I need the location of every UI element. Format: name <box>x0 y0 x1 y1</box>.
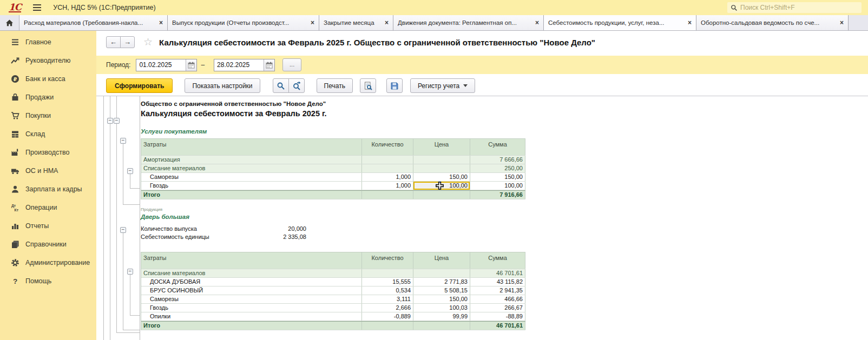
period-more-button[interactable]: ... <box>282 58 301 71</box>
column-header[interactable]: Цена <box>413 139 470 155</box>
document-tab[interactable]: Себестоимость продукции, услуг, неза...× <box>544 15 696 30</box>
info-value[interactable]: 2 335,08 <box>244 233 306 241</box>
tab-close-icon[interactable]: × <box>159 19 163 26</box>
cell-sum[interactable]: -88,89 <box>470 312 525 321</box>
generate-button[interactable]: Сформировать <box>106 78 173 93</box>
column-header[interactable]: Затраты <box>141 252 362 269</box>
calendar-icon[interactable] <box>186 59 196 71</box>
cell-sum[interactable]: 2 941,35 <box>470 286 525 295</box>
selected-cell[interactable]: 100,00 <box>413 182 470 190</box>
column-header[interactable]: Сумма <box>470 252 525 269</box>
collapse-group-icon[interactable]: − <box>114 118 120 124</box>
tab-close-icon[interactable]: × <box>688 19 692 26</box>
save-button[interactable] <box>386 78 403 93</box>
cell-name[interactable]: ДОСКА ДУБОВАЯ <box>141 278 362 286</box>
column-header[interactable]: Затраты <box>141 139 362 155</box>
sidebar-item-продажи[interactable]: Продажи <box>0 88 96 106</box>
cell-name[interactable]: Списание материалов <box>141 269 362 277</box>
cell-qty[interactable] <box>362 269 413 277</box>
find-button[interactable] <box>273 78 289 93</box>
collapse-group-icon[interactable]: − <box>127 168 133 174</box>
sidebar-item-главное[interactable]: Главное <box>0 33 96 51</box>
cell-price[interactable] <box>413 156 470 164</box>
sidebar-item-ос-и-нма[interactable]: ОС и НМА <box>0 162 96 180</box>
document-tab[interactable]: Выпуск продукции (Отчеты производст...× <box>168 15 319 30</box>
cell-sum[interactable]: 43 115,82 <box>470 278 525 286</box>
cell-price[interactable] <box>413 164 470 172</box>
cell-name[interactable]: Опилки <box>141 312 362 321</box>
document-tab[interactable]: Оборотно-сальдовая ведомость по сче...× <box>696 15 849 30</box>
cell-qty[interactable] <box>362 322 413 330</box>
cell-price[interactable]: 5 508,15 <box>413 286 470 295</box>
info-value[interactable]: 20,000 <box>244 225 306 233</box>
main-menu-icon[interactable] <box>33 3 41 12</box>
cell-price[interactable]: 150,00 <box>413 295 470 303</box>
sidebar-item-справочники[interactable]: Справочники <box>0 235 96 254</box>
cell-sum[interactable]: 100,00 <box>470 182 525 190</box>
tab-close-icon[interactable]: × <box>385 19 389 26</box>
cell-qty[interactable]: 15,555 <box>362 278 413 286</box>
cell-sum[interactable]: 46 701,61 <box>470 322 525 330</box>
back-button[interactable]: ← <box>106 36 121 48</box>
tab-close-icon[interactable]: × <box>311 19 314 26</box>
cell-name[interactable]: Гвоздь <box>141 304 362 312</box>
cell-qty[interactable] <box>362 156 413 164</box>
sidebar-item-операции[interactable]: ДтКтОперации <box>0 198 96 217</box>
sidebar-item-покупки[interactable]: Покупки <box>0 106 96 125</box>
cell-price[interactable] <box>413 322 470 330</box>
column-header[interactable]: Цена <box>413 252 470 269</box>
sidebar-item-склад[interactable]: Склад <box>0 125 96 143</box>
cell-qty[interactable] <box>362 164 413 172</box>
tab-close-icon[interactable]: × <box>840 19 844 26</box>
cell-name[interactable]: Саморезы <box>141 173 362 181</box>
cell-name[interactable]: БРУС ОСИНОВЫЙ <box>141 286 362 295</box>
collapse-group-icon[interactable]: − <box>120 227 126 233</box>
cell-price[interactable] <box>413 191 470 199</box>
forward-button[interactable]: → <box>120 36 135 48</box>
print-button[interactable]: Печать <box>317 78 353 93</box>
cell-name[interactable]: Итого <box>141 191 362 199</box>
cell-qty[interactable]: 3,111 <box>362 295 413 303</box>
period-to-field[interactable]: 28.02.2025 <box>214 59 275 71</box>
sidebar-item-отчеты[interactable]: Отчеты <box>0 217 96 235</box>
cell-sum[interactable]: 7 666,66 <box>470 156 525 164</box>
cell-name[interactable]: Списание материалов <box>141 164 362 172</box>
sidebar-item-зарплата-и-кадры[interactable]: Зарплата и кадры <box>0 180 96 198</box>
period-from-value[interactable]: 01.02.2025 <box>136 61 186 69</box>
home-tab[interactable] <box>0 15 19 30</box>
show-settings-button[interactable]: Показать настройки <box>185 78 260 93</box>
cell-qty[interactable]: 1,000 <box>362 182 413 190</box>
calendar-icon[interactable] <box>264 59 274 71</box>
global-search-input[interactable]: Поиск Ctrl+Shift+F <box>727 2 862 13</box>
cell-sum[interactable]: 466,66 <box>470 295 525 303</box>
register-dropdown-button[interactable]: Регистр учета <box>410 78 475 93</box>
cell-sum[interactable]: 150,00 <box>470 173 525 181</box>
document-tab[interactable]: Закрытие месяца× <box>319 15 393 30</box>
cell-price[interactable]: 100,03 <box>413 304 470 312</box>
cell-sum[interactable]: 7 916,66 <box>470 191 525 199</box>
cell-price[interactable] <box>413 269 470 277</box>
cell-qty[interactable]: 1,000 <box>362 173 413 181</box>
sidebar-item-помощь[interactable]: ?Помощь <box>0 272 96 290</box>
cell-price[interactable]: 150,00 <box>413 173 470 181</box>
collapse-group-icon[interactable]: − <box>120 138 126 144</box>
column-header[interactable]: Сумма <box>470 139 525 155</box>
print-preview-button[interactable] <box>360 78 376 93</box>
cell-qty[interactable]: 0,534 <box>362 286 413 295</box>
document-tab[interactable]: Расход материалов (Требования-накла...× <box>19 15 168 30</box>
cell-price[interactable]: 99,99 <box>413 312 470 321</box>
period-to-value[interactable]: 28.02.2025 <box>214 61 264 69</box>
cell-qty[interactable] <box>362 191 413 199</box>
cell-sum[interactable]: 250,00 <box>470 164 525 172</box>
cell-price[interactable]: 2 771,83 <box>413 278 470 286</box>
collapse-group-icon[interactable]: − <box>107 118 113 124</box>
document-tab[interactable]: Движения документа: Регламентная оп...× <box>393 15 544 30</box>
cell-qty[interactable]: 2,666 <box>362 304 413 312</box>
cell-name[interactable]: Саморезы <box>141 295 362 303</box>
favorite-star-icon[interactable]: ☆ <box>143 37 153 47</box>
cell-name[interactable]: Гвоздь <box>141 182 362 190</box>
cell-name[interactable]: Амортизация <box>141 156 362 164</box>
cell-sum[interactable]: 46 701,61 <box>470 269 525 277</box>
collapse-group-icon[interactable]: − <box>127 269 133 275</box>
period-from-field[interactable]: 01.02.2025 <box>136 59 197 71</box>
